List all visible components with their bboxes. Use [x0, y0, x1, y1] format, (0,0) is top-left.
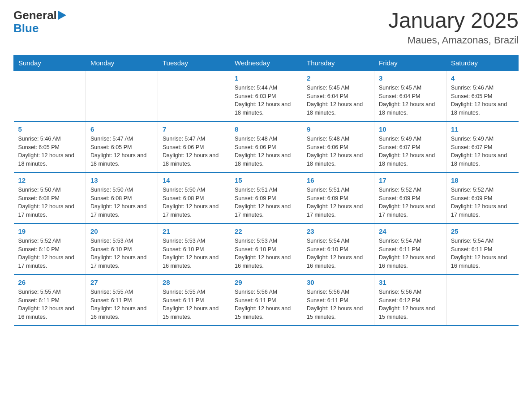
calendar-cell: 13Sunrise: 5:50 AMSunset: 6:08 PMDayligh… [86, 172, 158, 223]
calendar-cell: 14Sunrise: 5:50 AMSunset: 6:08 PMDayligh… [158, 172, 230, 223]
day-number: 10 [379, 125, 442, 133]
sunset: Sunset: 6:11 PM [235, 296, 297, 305]
daylight: Daylight: 12 hours and 17 minutes. [235, 202, 297, 219]
daylight: Daylight: 12 hours and 17 minutes. [90, 202, 153, 219]
calendar-cell: 3Sunrise: 5:45 AMSunset: 6:04 PMDaylight… [374, 70, 446, 121]
sunset: Sunset: 6:11 PM [18, 296, 82, 305]
day-info: Sunrise: 5:53 AMSunset: 6:10 PMDaylight:… [90, 237, 153, 270]
sunrise: Sunrise: 5:48 AM [235, 135, 297, 143]
sunset: Sunset: 6:10 PM [307, 245, 369, 254]
sunrise: Sunrise: 5:56 AM [307, 288, 369, 296]
calendar-cell: 30Sunrise: 5:56 AMSunset: 6:11 PMDayligh… [302, 274, 374, 325]
day-info: Sunrise: 5:54 AMSunset: 6:10 PMDaylight:… [307, 237, 369, 270]
day-number: 3 [379, 74, 442, 82]
calendar-cell: 29Sunrise: 5:56 AMSunset: 6:11 PMDayligh… [230, 274, 302, 325]
day-info: Sunrise: 5:46 AMSunset: 6:05 PMDaylight:… [18, 135, 82, 168]
header-cell-saturday: Saturday [446, 55, 519, 70]
sunset: Sunset: 6:11 PM [307, 296, 369, 305]
header-cell-wednesday: Wednesday [230, 55, 302, 70]
day-info: Sunrise: 5:48 AMSunset: 6:06 PMDaylight:… [235, 135, 297, 168]
sunrise: Sunrise: 5:56 AM [235, 288, 297, 296]
daylight: Daylight: 12 hours and 15 minutes. [235, 304, 297, 321]
day-number: 23 [307, 227, 369, 235]
calendar-cell: 1Sunrise: 5:44 AMSunset: 6:03 PMDaylight… [230, 70, 302, 121]
calendar-cell [158, 70, 230, 121]
sunset: Sunset: 6:11 PM [379, 245, 442, 254]
sunrise: Sunrise: 5:52 AM [18, 237, 82, 245]
daylight: Daylight: 12 hours and 17 minutes. [163, 202, 225, 219]
day-number: 1 [235, 74, 297, 82]
sunrise: Sunrise: 5:47 AM [90, 135, 153, 143]
day-info: Sunrise: 5:47 AMSunset: 6:05 PMDaylight:… [90, 135, 153, 168]
day-info: Sunrise: 5:45 AMSunset: 6:04 PMDaylight:… [379, 84, 442, 117]
day-info: Sunrise: 5:52 AMSunset: 6:10 PMDaylight:… [18, 237, 82, 270]
calendar-cell: 20Sunrise: 5:53 AMSunset: 6:10 PMDayligh… [86, 223, 158, 274]
sunrise: Sunrise: 5:52 AM [379, 186, 442, 194]
daylight: Daylight: 12 hours and 15 minutes. [163, 304, 225, 321]
sunrise: Sunrise: 5:45 AM [307, 84, 369, 92]
sunset: Sunset: 6:05 PM [90, 143, 153, 152]
daylight: Daylight: 12 hours and 18 minutes. [379, 100, 442, 117]
day-number: 22 [235, 227, 297, 235]
sunset: Sunset: 6:09 PM [451, 194, 514, 203]
day-info: Sunrise: 5:46 AMSunset: 6:05 PMDaylight:… [451, 84, 514, 117]
sunset: Sunset: 6:11 PM [451, 245, 514, 254]
sunrise: Sunrise: 5:50 AM [90, 186, 153, 194]
sunrise: Sunrise: 5:46 AM [451, 84, 514, 92]
sunset: Sunset: 6:10 PM [163, 245, 225, 254]
calendar-cell: 22Sunrise: 5:53 AMSunset: 6:10 PMDayligh… [230, 223, 302, 274]
daylight: Daylight: 12 hours and 16 minutes. [235, 253, 297, 270]
sunrise: Sunrise: 5:54 AM [307, 237, 369, 245]
day-info: Sunrise: 5:50 AMSunset: 6:08 PMDaylight:… [90, 186, 153, 219]
daylight: Daylight: 12 hours and 17 minutes. [307, 202, 369, 219]
logo-general: General [13, 9, 57, 22]
daylight: Daylight: 12 hours and 18 minutes. [235, 151, 297, 168]
daylight: Daylight: 12 hours and 15 minutes. [379, 304, 442, 321]
sunset: Sunset: 6:04 PM [307, 92, 369, 101]
sunset: Sunset: 6:07 PM [451, 143, 514, 152]
daylight: Daylight: 12 hours and 17 minutes. [90, 253, 153, 270]
calendar-cell: 5Sunrise: 5:46 AMSunset: 6:05 PMDaylight… [14, 121, 86, 172]
day-number: 4 [451, 74, 514, 82]
logo-blue: Blue [13, 22, 66, 35]
day-info: Sunrise: 5:55 AMSunset: 6:11 PMDaylight:… [90, 288, 153, 321]
header-row: SundayMondayTuesdayWednesdayThursdayFrid… [14, 55, 519, 70]
daylight: Daylight: 12 hours and 18 minutes. [18, 151, 82, 168]
sunset: Sunset: 6:06 PM [307, 143, 369, 152]
daylight: Daylight: 12 hours and 18 minutes. [163, 151, 225, 168]
sunset: Sunset: 6:09 PM [307, 194, 369, 203]
header-cell-monday: Monday [86, 55, 158, 70]
calendar-cell: 24Sunrise: 5:54 AMSunset: 6:11 PMDayligh… [374, 223, 446, 274]
header-cell-sunday: Sunday [14, 55, 86, 70]
daylight: Daylight: 12 hours and 18 minutes. [451, 151, 514, 168]
sunset: Sunset: 6:06 PM [235, 143, 297, 152]
sunrise: Sunrise: 5:51 AM [235, 186, 297, 194]
sunrise: Sunrise: 5:56 AM [379, 288, 442, 296]
sunset: Sunset: 6:07 PM [379, 143, 442, 152]
day-info: Sunrise: 5:56 AMSunset: 6:11 PMDaylight:… [235, 288, 297, 321]
sunset: Sunset: 6:03 PM [235, 92, 297, 101]
day-info: Sunrise: 5:50 AMSunset: 6:08 PMDaylight:… [163, 186, 225, 219]
sunrise: Sunrise: 5:53 AM [235, 237, 297, 245]
day-number: 28 [163, 278, 225, 286]
calendar-cell: 23Sunrise: 5:54 AMSunset: 6:10 PMDayligh… [302, 223, 374, 274]
day-info: Sunrise: 5:45 AMSunset: 6:04 PMDaylight:… [307, 84, 369, 117]
day-number: 11 [451, 125, 514, 133]
calendar-cell: 26Sunrise: 5:55 AMSunset: 6:11 PMDayligh… [14, 274, 86, 325]
day-info: Sunrise: 5:53 AMSunset: 6:10 PMDaylight:… [235, 237, 297, 270]
sunset: Sunset: 6:11 PM [90, 296, 153, 305]
calendar-cell [86, 70, 158, 121]
day-info: Sunrise: 5:56 AMSunset: 6:12 PMDaylight:… [379, 288, 442, 321]
calendar-cell: 19Sunrise: 5:52 AMSunset: 6:10 PMDayligh… [14, 223, 86, 274]
sunset: Sunset: 6:08 PM [163, 194, 225, 203]
calendar-cell: 16Sunrise: 5:51 AMSunset: 6:09 PMDayligh… [302, 172, 374, 223]
day-number: 7 [163, 125, 225, 133]
sunrise: Sunrise: 5:49 AM [379, 135, 442, 143]
calendar-cell: 12Sunrise: 5:50 AMSunset: 6:08 PMDayligh… [14, 172, 86, 223]
day-info: Sunrise: 5:55 AMSunset: 6:11 PMDaylight:… [18, 288, 82, 321]
day-number: 15 [235, 176, 297, 184]
sunset: Sunset: 6:10 PM [235, 245, 297, 254]
sunset: Sunset: 6:09 PM [379, 194, 442, 203]
calendar-cell: 25Sunrise: 5:54 AMSunset: 6:11 PMDayligh… [446, 223, 519, 274]
day-number: 25 [451, 227, 514, 235]
